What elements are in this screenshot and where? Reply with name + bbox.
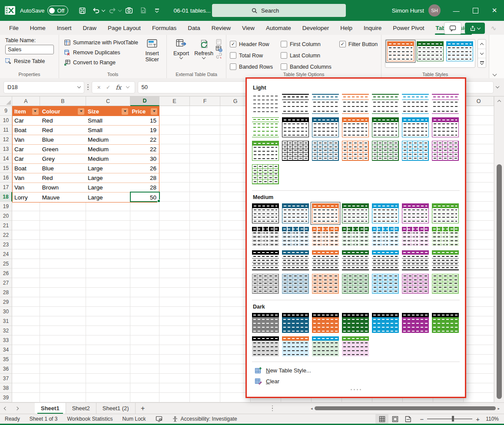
save-button[interactable] <box>76 4 88 17</box>
table-cell[interactable]: Car <box>13 154 40 163</box>
table-style-thumb[interactable] <box>342 141 369 161</box>
row-header-14[interactable]: 14 <box>0 154 12 163</box>
row-header-17[interactable]: 17 <box>0 183 12 192</box>
row-header-11[interactable]: 11 <box>0 125 12 135</box>
workbook-statistics[interactable]: Workbook Statistics <box>62 414 117 424</box>
table-style-thumb[interactable] <box>252 313 279 333</box>
table-style-thumb[interactable] <box>282 313 309 333</box>
table-style-thumb[interactable] <box>402 274 429 294</box>
table-style-thumb[interactable] <box>282 117 309 137</box>
checkbox-banded-columns[interactable]: Banded Columns <box>281 62 332 72</box>
table-style-thumb[interactable] <box>282 250 309 270</box>
connection-properties-icon[interactable] <box>216 39 222 45</box>
row-header-30[interactable]: 30 <box>0 307 12 316</box>
tab-file[interactable]: File <box>3 21 24 35</box>
table-style-thumb[interactable] <box>312 141 339 161</box>
filter-dropdown-button[interactable] <box>32 108 39 115</box>
row-header-20[interactable]: 20 <box>0 211 12 221</box>
table-style-thumb[interactable] <box>312 274 339 294</box>
scroll-up-arrow-icon[interactable] <box>494 96 504 105</box>
excel-logo-icon[interactable] <box>4 5 16 16</box>
table-cell[interactable]: 22 <box>130 145 159 154</box>
remove-duplicates-button[interactable]: Remove Duplicates <box>63 47 139 57</box>
table-style-thumb[interactable] <box>312 250 339 270</box>
row-header-38[interactable]: 38 <box>0 383 12 393</box>
document-title[interactable]: 06-01 tables... <box>173 7 217 14</box>
vertical-scrollbar[interactable] <box>494 96 504 402</box>
row-header-35[interactable]: 35 <box>0 355 12 364</box>
row-header-37[interactable]: 37 <box>0 374 12 383</box>
table-style-thumb[interactable] <box>282 94 309 114</box>
table-style-thumb[interactable] <box>372 313 399 333</box>
table-style-thumb[interactable] <box>252 203 279 223</box>
table-style-thumb[interactable] <box>252 117 279 137</box>
table-cell[interactable]: Medium <box>86 135 130 144</box>
table-style-thumb[interactable] <box>372 94 399 114</box>
table-cell[interactable]: Blue <box>40 164 86 173</box>
search-box[interactable]: Search <box>212 4 346 17</box>
new-table-style-menu-item[interactable]: New Table Style... <box>252 365 460 376</box>
table-style-thumb[interactable] <box>252 274 279 294</box>
table-style-thumb[interactable] <box>342 250 369 270</box>
filter-dropdown-button[interactable] <box>122 108 128 115</box>
filter-dropdown-button[interactable] <box>78 108 84 115</box>
tab-formulas[interactable]: Formulas <box>146 21 182 35</box>
table-style-thumb[interactable] <box>282 141 309 161</box>
autosave-toggle[interactable]: Off <box>47 6 68 15</box>
row-header-31[interactable]: 31 <box>0 316 12 326</box>
sheet-tab-sheet1-2-[interactable]: Sheet1 (2) <box>96 403 136 414</box>
tab-insert[interactable]: Insert <box>51 21 77 35</box>
table-cell[interactable]: Large <box>86 164 130 173</box>
checkbox-total-row[interactable]: Total Row <box>230 50 273 60</box>
row-header-15[interactable]: 15 <box>0 163 12 173</box>
column-header-C[interactable]: C <box>86 96 130 106</box>
column-header-O[interactable]: O <box>464 96 494 106</box>
row-header-29[interactable]: 29 <box>0 297 12 307</box>
tab-power-pivot[interactable]: Power Pivot <box>387 21 430 35</box>
row-header-34[interactable]: 34 <box>0 345 12 355</box>
table-style-thumb[interactable] <box>432 227 459 247</box>
clear-style-menu-item[interactable]: Clear <box>252 376 460 387</box>
table-cell[interactable]: Lorry <box>13 193 40 202</box>
undo-menu-chevron-icon[interactable] <box>102 8 105 11</box>
scroll-left-arrow-icon[interactable]: ◂ <box>311 406 313 411</box>
vertical-scroll-thumb[interactable] <box>497 164 502 399</box>
row-header-32[interactable]: 32 <box>0 326 12 335</box>
table-style-thumb[interactable] <box>312 336 339 356</box>
table-style-thumb[interactable] <box>417 41 444 61</box>
panel-resize-grip[interactable] <box>252 387 460 391</box>
table-style-thumb[interactable] <box>312 227 339 247</box>
user-name[interactable]: Simon Hurst <box>392 7 424 14</box>
zoom-slider-handle[interactable] <box>452 416 454 422</box>
table-cell[interactable]: 30 <box>130 154 159 163</box>
zoom-slider[interactable] <box>427 418 472 419</box>
tab-data[interactable]: Data <box>182 21 206 35</box>
scroll-right-arrow-icon[interactable]: ▸ <box>497 406 500 411</box>
tab-page-layout[interactable]: Page Layout <box>102 21 146 35</box>
table-cell[interactable]: Small <box>86 116 130 125</box>
table-cell[interactable]: Medium <box>86 154 130 163</box>
table-cell[interactable]: 15 <box>130 116 159 125</box>
refresh-button[interactable]: Refresh <box>193 37 215 62</box>
table-cell[interactable]: 26 <box>130 164 159 173</box>
row-header-21[interactable]: 21 <box>0 221 12 230</box>
tab-home[interactable]: Home <box>24 21 51 35</box>
table-style-thumb[interactable] <box>252 164 279 184</box>
summarize-pivottable-button[interactable]: Summarize with PivotTable <box>63 37 139 47</box>
table-cell[interactable]: Large <box>86 193 130 202</box>
table-style-thumb[interactable] <box>252 227 279 247</box>
maximize-button[interactable] <box>466 0 485 21</box>
row-header-18[interactable]: 18 <box>0 192 12 202</box>
column-header-F[interactable]: F <box>190 96 220 106</box>
display-settings-button[interactable] <box>151 414 167 424</box>
new-sheet-button[interactable]: + <box>136 405 150 412</box>
table-cell[interactable]: Mauve <box>40 193 86 202</box>
table-style-thumb[interactable] <box>402 94 429 114</box>
table-style-thumb[interactable] <box>282 203 309 223</box>
row-header-10[interactable]: 10 <box>0 116 12 125</box>
page-break-view-button[interactable] <box>401 414 414 424</box>
row-header-36[interactable]: 36 <box>0 364 12 374</box>
table-style-thumb[interactable] <box>402 227 429 247</box>
cancel-formula-icon[interactable]: × <box>97 84 101 91</box>
table-cell[interactable]: Large <box>86 173 130 183</box>
